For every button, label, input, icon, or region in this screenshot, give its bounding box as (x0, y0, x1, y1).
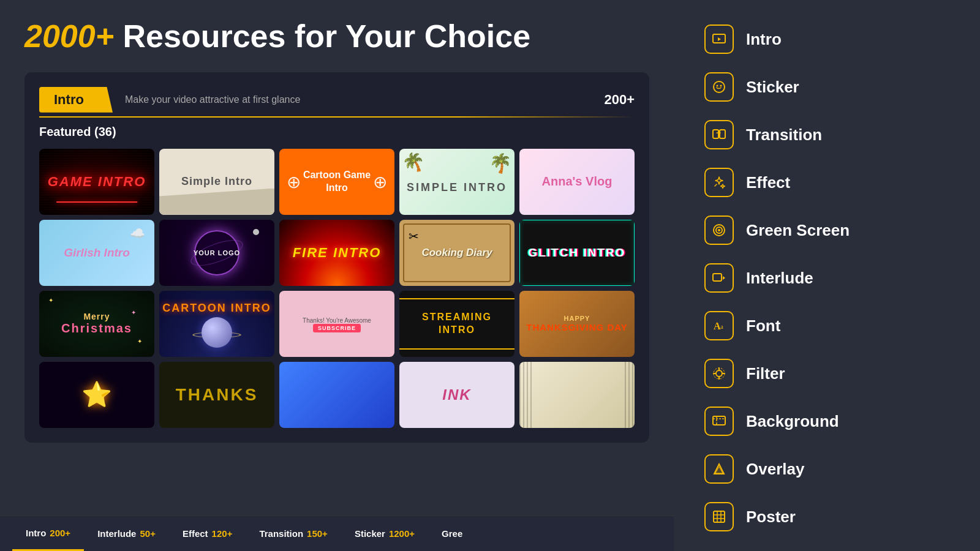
grid-item-cartoon-game-intro[interactable]: Cartoon GameIntro (279, 149, 394, 215)
right-sidebar: Intro Sticker Transition (674, 0, 980, 551)
intro-header: Intro Make your video attractive at firs… (39, 87, 635, 113)
grid-item-thanks[interactable]: THANKS (159, 362, 274, 428)
green-screen-icon (704, 216, 734, 245)
palm-left-icon: 🌴 (400, 149, 428, 176)
page-title: 2000+ Resources for Your Choice (24, 18, 649, 55)
sidebar-item-sticker[interactable]: Sticker (704, 72, 949, 102)
grid-item-game-intro[interactable]: GAME INTRO (39, 149, 154, 215)
svg-rect-5 (720, 130, 725, 138)
fire-intro-label: FIRE INTRO (293, 245, 382, 261)
grid-item-pink-subscribe[interactable]: Thanks! You're Awesome SUBSCRIBE (279, 291, 394, 357)
sidebar-transition-label: Transition (746, 126, 822, 144)
ink-label: INK (442, 386, 471, 403)
glitch-label: GLITCH INTRO (528, 246, 625, 260)
transition-icon (704, 120, 734, 149)
featured-label: Featured (36) (39, 125, 635, 139)
tab-effect[interactable]: Effect 120+ (169, 516, 246, 551)
sidebar-item-interlude[interactable]: Interlude (704, 263, 949, 293)
thanksgiving-label: THANKSGIVING DAY (526, 322, 627, 333)
title-highlight: 2000+ (24, 18, 114, 54)
sidebar-item-font[interactable]: A a Font (704, 311, 949, 340)
poster-icon (704, 502, 734, 531)
sidebar-item-filter[interactable]: Filter (704, 359, 949, 388)
pink-subscribe-title: Thanks! You're Awesome (303, 317, 371, 324)
cartoon-game-label: Cartoon GameIntro (303, 169, 371, 195)
intro-underline (39, 116, 635, 118)
sidebar-item-transition[interactable]: Transition (704, 120, 949, 149)
star-3: ✦ (131, 309, 136, 316)
grid-item-ink[interactable]: INK (399, 362, 514, 428)
sidebar-font-label: Font (746, 317, 780, 335)
grid-item-simple-intro2[interactable]: 🌴 🌴 SIMPLE INTRO (399, 149, 514, 215)
tab-transition-name: Transition (259, 528, 303, 539)
intro-tab[interactable]: Intro (39, 87, 113, 113)
grid-item-cartoon-intro[interactable]: CARTOON INTRO (159, 291, 274, 357)
star-1: ✦ (48, 297, 53, 304)
sidebar-item-intro[interactable]: Intro (704, 24, 949, 54)
grid-item-merry-christmas[interactable]: ✦ ✦ ✦ Merry Christmas (39, 291, 154, 357)
tab-interlude-count: 50+ (140, 528, 155, 539)
cooking-label: Cooking Diary (421, 247, 492, 259)
left-section: 2000+ Resources for Your Choice Intro Ma… (0, 0, 674, 551)
star-2: ✦ (137, 338, 142, 345)
cartoon-planet (202, 317, 232, 348)
svg-rect-4 (713, 130, 718, 138)
game-intro-label: GAME INTRO (48, 174, 146, 190)
simple-intro2-label: SIMPLE INTRO (407, 181, 507, 194)
grid-item-cooking[interactable]: ✂ Cooking Diary (399, 220, 514, 286)
svg-line-6 (715, 184, 717, 186)
svg-point-1 (714, 81, 725, 92)
grid-item-neon[interactable]: ⭐ (39, 362, 154, 428)
tab-green-name: Gree (442, 528, 462, 539)
interlude-icon (704, 263, 734, 293)
sidebar-sticker-label: Sticker (746, 78, 799, 97)
happy-label: HAPPY (564, 315, 590, 322)
tab-transition[interactable]: Transition 150+ (246, 516, 341, 551)
tab-interlude-name: Interlude (97, 528, 136, 539)
sidebar-background-label: Background (746, 412, 839, 431)
tab-interlude[interactable]: Interlude 50+ (84, 516, 169, 551)
grid-item-girlish[interactable]: Girlish Intro (39, 220, 154, 286)
simple-intro-label: Simple Intro (181, 175, 252, 188)
tab-green-screen[interactable]: Gree (428, 516, 476, 551)
tab-sticker[interactable]: Sticker 1200+ (341, 516, 428, 551)
sticker-icon (704, 72, 734, 102)
thanks-label: THANKS (176, 385, 258, 405)
game-intro-underline (56, 201, 137, 203)
christmas-label: Christmas (61, 321, 132, 335)
grid-item-simple-intro[interactable]: Simple Intro (159, 149, 274, 215)
grid-item-blue-box[interactable] (279, 362, 394, 428)
tab-effect-count: 120+ (212, 528, 233, 539)
subscribe-button[interactable]: SUBSCRIBE (313, 324, 361, 332)
sidebar-item-green-screen[interactable]: Green Screen (704, 216, 949, 245)
grid-item-fire-intro[interactable]: FIRE INTRO (279, 220, 394, 286)
sidebar-item-background[interactable]: Background (704, 407, 949, 436)
tab-transition-count: 150+ (307, 528, 328, 539)
svg-point-9 (718, 229, 720, 231)
intro-description: Make your video attractive at first glan… (125, 94, 604, 105)
svg-point-2 (717, 85, 718, 87)
sidebar-item-poster[interactable]: Poster (704, 502, 949, 531)
neon-star: ⭐ (81, 380, 112, 409)
svg-point-13 (716, 370, 722, 377)
sidebar-item-overlay[interactable]: Overlay (704, 454, 949, 484)
tab-intro[interactable]: Intro 200+ (12, 516, 84, 551)
tab-intro-count: 200+ (50, 528, 70, 538)
svg-rect-18 (714, 511, 725, 522)
merry-label: Merry (83, 312, 110, 321)
svg-point-3 (720, 85, 722, 87)
filter-icon (704, 359, 734, 388)
font-icon: A a (704, 311, 734, 340)
grid-item-annas-vlog[interactable]: Anna's Vlog (519, 149, 635, 215)
tab-sticker-name: Sticker (355, 528, 385, 539)
sidebar-item-effect[interactable]: Effect (704, 168, 949, 197)
annas-vlog-label: Anna's Vlog (542, 174, 612, 189)
grid-item-streaming[interactable]: STREAMINGINTRO (399, 291, 514, 357)
girlish-label: Girlish Intro (64, 246, 130, 260)
grid-item-yourlogo[interactable]: YOUR LOGO (159, 220, 274, 286)
grid-item-glitch[interactable]: GLITCH INTRO (519, 220, 635, 286)
intro-count: 200+ (604, 92, 635, 108)
grid-item-thanksgiving[interactable]: HAPPY THANKSGIVING DAY (519, 291, 635, 357)
sidebar-effect-label: Effect (746, 173, 790, 192)
grid-item-sunflower[interactable] (519, 362, 635, 428)
